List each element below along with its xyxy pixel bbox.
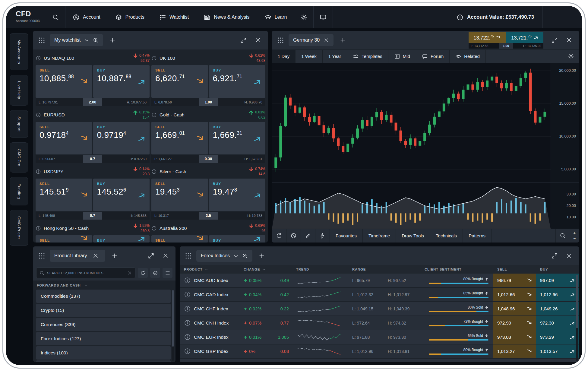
forex-selector[interactable]: Forex Indices xyxy=(196,250,252,262)
ban-button[interactable] xyxy=(286,229,301,243)
sidebar-item-funding[interactable]: Funding xyxy=(10,177,28,205)
chart-tool-1-week[interactable]: 1 Week xyxy=(296,50,323,63)
sell-price-button[interactable]: 1,012.66 xyxy=(493,288,536,301)
col-change[interactable]: CHANGE xyxy=(244,268,296,271)
library-item-currencies-339[interactable]: Currencies (339) xyxy=(36,318,171,331)
expand-panel-button[interactable] xyxy=(549,251,560,261)
sell-price-button[interactable]: 1,048.96 xyxy=(493,302,536,316)
col-product[interactable]: PRODUCT xyxy=(180,268,244,271)
buy-button[interactable]: BUY0.97194 xyxy=(93,122,150,154)
buy-button[interactable]: BUY145.526 xyxy=(93,179,150,211)
chart-tool-mid[interactable]: Mid xyxy=(388,50,416,63)
library-title-chip[interactable]: Product Library xyxy=(50,250,105,262)
forex-row-cmc-gbp-index[interactable]: CMC GBP Index0%0.03L: 1,012.96H: 1,013.8… xyxy=(180,344,579,359)
chart-tab-germany-30[interactable]: Germany 30 xyxy=(289,34,334,46)
sell-price-button[interactable]: 973.03 xyxy=(493,330,536,344)
section-forwards-and-cash[interactable]: FORWARDS AND CASH xyxy=(33,281,175,289)
close-panel-button[interactable] xyxy=(564,35,574,45)
clear-search-icon[interactable] xyxy=(127,271,132,275)
chart-tool-forum[interactable]: Forum xyxy=(416,50,450,63)
sell-button[interactable]: SELL6,620.71 xyxy=(151,65,208,98)
instrument-header[interactable]: Hong Kong 50 - Cash1.52%260.8 xyxy=(36,221,150,235)
forex-row-cmc-cnh-index[interactable]: CMC CNH Index0.07%0.77L: 972.64H: 974.82… xyxy=(180,316,579,330)
nav-search[interactable] xyxy=(46,6,65,28)
list-view-button[interactable] xyxy=(163,268,172,278)
indicator-axis[interactable]: 30.0020.0010.00 xyxy=(551,183,579,229)
expand-panel-button[interactable] xyxy=(146,251,156,261)
instrument-header[interactable]: Australia 2000.68%46 xyxy=(151,221,265,235)
buy-price-button[interactable]: 1,049.26 xyxy=(536,302,579,316)
instrument-header[interactable]: UK 1000.62%43.68 xyxy=(151,51,265,65)
chart-buy-button[interactable]: 13,721.75 xyxy=(506,32,543,43)
indicator-chart[interactable] xyxy=(272,183,551,229)
sell-price-button[interactable]: 972.90 xyxy=(493,316,536,330)
sell-button[interactable]: SELL xyxy=(151,235,208,243)
chart-sell-button[interactable]: 13,722.75 xyxy=(469,32,506,43)
chart-settings-button[interactable] xyxy=(563,50,579,63)
chart-search-button[interactable] xyxy=(555,229,570,243)
sidebar-item-cmc-price[interactable]: CMC Price+ xyxy=(10,210,28,246)
sidebar-item-cmc-pro[interactable]: CMC Pro xyxy=(10,142,28,173)
close-panel-button[interactable] xyxy=(253,35,263,45)
library-item-crypto-15[interactable]: Crypto (15) xyxy=(36,304,171,317)
add-button[interactable] xyxy=(257,251,267,261)
scrollbar-thumb[interactable] xyxy=(172,290,174,347)
forex-row-cmc-chf-index[interactable]: CMC CHF Index0.02%0.22L: 1,049.15H: 1,04… xyxy=(180,302,579,316)
chart-favourites-button[interactable]: Favourites xyxy=(330,229,363,243)
close-panel-button[interactable] xyxy=(160,251,171,261)
buy-price-button[interactable]: 1,013.57 xyxy=(536,344,579,358)
sell-button[interactable]: SELL xyxy=(36,235,92,243)
close-panel-button[interactable] xyxy=(564,251,574,261)
scrollbar-thumb[interactable] xyxy=(576,275,578,328)
account-value[interactable]: Account Value: £537,490.73 xyxy=(448,6,543,28)
price-axis[interactable]: 20,000.0015,000.0010,000.005,000.00 xyxy=(551,63,579,183)
buy-button[interactable]: BUY10,887.88 xyxy=(93,65,150,98)
instrument-header[interactable]: US NDAQ 1000.47%52.37 xyxy=(36,51,150,65)
nav-account[interactable]: Account xyxy=(65,6,108,28)
instrument-header[interactable]: Silver - Cash0.74%14.6 xyxy=(151,165,265,179)
nav-watchlist[interactable]: Watchlist xyxy=(152,6,196,28)
candlestick-chart[interactable] xyxy=(272,63,551,183)
close-chip-icon[interactable] xyxy=(90,251,101,261)
cfd-logo[interactable]: CFD Account 000003 xyxy=(6,6,46,28)
forex-row-cmc-cad-index[interactable]: CMC CAD Index0.04%0.42L: 1,012.32H: 1,01… xyxy=(180,288,579,302)
sidebar-item-support[interactable]: Support xyxy=(10,110,28,138)
drag-handle-icon[interactable] xyxy=(185,252,192,260)
sell-button[interactable]: SELL0.97184 xyxy=(36,122,92,154)
chart-tool-templates[interactable]: Templates xyxy=(347,50,388,63)
buy-price-button[interactable]: 972.30 xyxy=(536,316,579,330)
sell-button[interactable]: SELL19.453 xyxy=(151,179,208,211)
library-item-forex-indices-127[interactable]: Forex Indices (127) xyxy=(36,332,171,345)
expand-panel-button[interactable] xyxy=(549,35,560,45)
library-item-indices-100[interactable]: Indices (100) xyxy=(36,346,171,360)
sell-price-button[interactable]: 966.79 xyxy=(493,274,536,287)
sidebar-item-my-accounts[interactable]: My Accounts xyxy=(10,33,28,70)
search-input[interactable] xyxy=(47,271,125,275)
close-tab-icon[interactable] xyxy=(324,37,329,43)
buy-price-button[interactable]: 1,012.96 xyxy=(536,288,579,301)
drag-handle-icon[interactable] xyxy=(277,36,284,44)
chart-patterns-button[interactable]: Patterns xyxy=(463,229,492,243)
add-instrument-button[interactable] xyxy=(107,35,118,45)
buy-button[interactable]: BUY1,669.31 xyxy=(209,122,266,154)
instrument-header[interactable]: EUR/USD0.15%15.4 xyxy=(36,108,150,122)
watchlist-selector[interactable]: My watchlist xyxy=(50,34,103,46)
col-sentiment[interactable]: CLIENT SENTIMENT xyxy=(425,268,493,271)
refresh-button[interactable] xyxy=(272,229,286,243)
chart-technicals-button[interactable]: Technicals xyxy=(430,229,463,243)
library-item-partial[interactable] xyxy=(36,360,171,362)
instrument-header[interactable]: USD/JPY0.14%20.8 xyxy=(36,165,150,179)
col-range[interactable]: RANGE xyxy=(352,268,425,271)
buy-button[interactable]: BUY xyxy=(93,235,150,243)
add-chart-tab-button[interactable] xyxy=(338,35,348,45)
buy-button[interactable]: BUY xyxy=(209,235,266,243)
buy-button[interactable]: BUY6,921.71 xyxy=(209,65,266,98)
sell-price-button[interactable]: 1,013.27 xyxy=(493,344,536,358)
filter-check-button[interactable] xyxy=(150,268,160,278)
table-scrollbar[interactable] xyxy=(576,275,578,361)
col-trend[interactable]: TREND xyxy=(296,268,352,271)
library-item-commodities-137[interactable]: Commodities (137) xyxy=(36,290,171,303)
nav-settings[interactable] xyxy=(294,6,313,28)
chart-tool-1-day[interactable]: 1 Day xyxy=(272,50,296,63)
pencil-button[interactable] xyxy=(301,229,315,243)
